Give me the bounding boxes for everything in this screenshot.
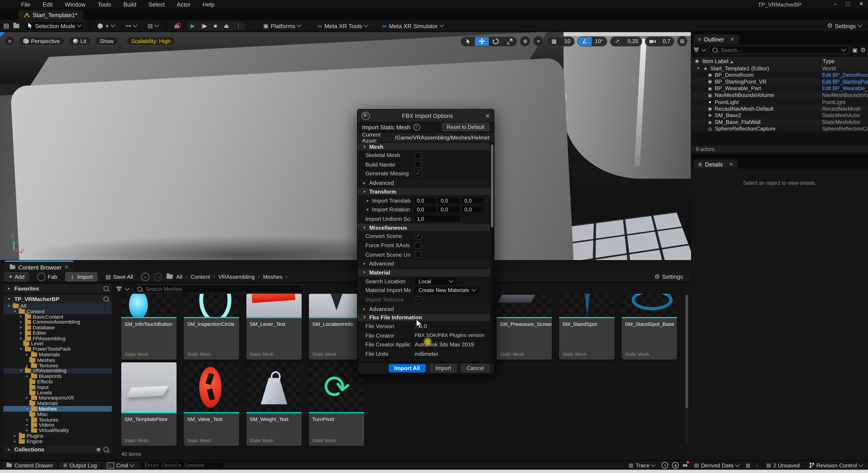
search-icon[interactable] xyxy=(103,447,108,452)
favorites-header[interactable]: ▸ Favorites xyxy=(3,284,112,293)
scale-snap-toggle[interactable]: ↗ xyxy=(610,37,624,45)
tree-item-videos[interactable]: ▸Videos xyxy=(3,422,112,428)
pitch-field[interactable]: 0,0 xyxy=(438,207,459,213)
asset-search-input[interactable] xyxy=(145,285,300,292)
filter-icon[interactable] xyxy=(116,287,122,291)
trace-dropdown[interactable]: ▥ Trace xyxy=(626,462,658,468)
menu-help[interactable]: Help xyxy=(203,1,215,8)
select-tool-button[interactable] xyxy=(461,37,475,45)
asset-tile[interactable]: SM_StandSpot Static Mesh xyxy=(559,294,615,360)
menu-actor[interactable]: Actor xyxy=(177,1,190,8)
filter-icon[interactable] xyxy=(693,48,699,52)
content-browser-icon[interactable] xyxy=(13,24,20,28)
tab-content-browser[interactable]: Content Browser ✕ xyxy=(4,260,73,272)
content-browser-settings[interactable]: ⚙ Settings xyxy=(651,272,687,281)
selection-mode-dropdown[interactable]: Selection Mode xyxy=(24,21,85,31)
add-collection-icon[interactable]: ⊕ xyxy=(96,446,101,452)
roll-field[interactable]: 0,0 xyxy=(415,207,436,213)
meta-xr-simulator-dropdown[interactable]: ∞ Meta XR Simulator xyxy=(379,22,446,30)
asset-tile[interactable]: ⟳ TurnPivot Static Mesh xyxy=(309,362,364,446)
outliner-row[interactable]: ◈SM_Base2StaticMeshActor xyxy=(691,112,868,119)
grid-snap-toggle[interactable]: ▦ xyxy=(547,37,561,45)
frame-skip-button[interactable]: |▶ xyxy=(198,22,211,30)
menu-build[interactable]: Build xyxy=(123,1,136,8)
x-field[interactable]: 0,0 xyxy=(415,197,436,203)
menu-edit[interactable]: Edit xyxy=(42,1,53,8)
tree-item-blueprints[interactable]: ▸Blueprints xyxy=(3,374,112,379)
play-options-kebab[interactable]: ⋮ xyxy=(232,22,245,30)
advanced-expander[interactable]: ▸Advanced xyxy=(358,259,490,269)
content-drawer-button[interactable]: Content Drawer xyxy=(3,462,56,469)
section-material[interactable]: ▾Material xyxy=(358,269,490,277)
fab-button[interactable]: Fab xyxy=(33,273,61,281)
outliner-row[interactable]: ●PointLightPointLight xyxy=(691,98,868,105)
output-log-button[interactable]: ≣ Output Log xyxy=(60,462,100,469)
blueprints-dropdown[interactable]: ⊶ xyxy=(122,22,140,30)
asset-tile[interactable]: SM_LocationHolo Static Mesh xyxy=(309,294,364,360)
scrollbar-thumb[interactable] xyxy=(491,145,493,227)
chevron-down-icon[interactable] xyxy=(841,46,846,52)
lit-dropdown[interactable]: Lit xyxy=(68,36,91,46)
tree-item-level[interactable]: Level xyxy=(3,341,112,347)
rotate-tool-button[interactable] xyxy=(489,37,503,45)
cinematics-dropdown[interactable]: ▤ xyxy=(144,22,162,30)
search-location-dropdown[interactable]: Local xyxy=(415,278,457,284)
show-dropdown[interactable]: Show xyxy=(95,36,119,46)
close-button[interactable]: ✕ xyxy=(859,0,864,6)
outliner-row[interactable]: ◉RecastNavMesh-DefaultRecastNavMesh xyxy=(691,105,868,112)
outliner-row[interactable]: ▾▲Start_Template1 (Editor)World xyxy=(691,65,868,71)
reset-to-default-button[interactable]: Reset to Default xyxy=(442,123,490,131)
tree-item-levels[interactable]: Levels xyxy=(3,390,112,395)
minimize-button[interactable]: – xyxy=(834,0,837,6)
cmd-dropdown[interactable]: >_ Cmd xyxy=(103,462,137,469)
chevron-down-icon[interactable] xyxy=(125,285,130,290)
section-transform[interactable]: ▾Transform xyxy=(358,188,490,196)
ddc-grid-icon[interactable]: ▦ xyxy=(746,463,750,468)
maximize-button[interactable]: □ xyxy=(846,0,849,6)
checkbox[interactable]: ✓ xyxy=(415,170,421,177)
search-icon[interactable] xyxy=(103,286,108,291)
cancel-button[interactable]: Cancel xyxy=(461,364,490,372)
scalability-button[interactable]: Scalability: High xyxy=(126,36,176,46)
outliner-row[interactable]: ◉BP_Wearable_PartEdit BP_Wearable_Part xyxy=(691,85,868,92)
menu-window[interactable]: Window xyxy=(65,1,86,8)
tree-item-mannequinsxr[interactable]: ▸MannequinsXR xyxy=(3,395,112,401)
close-icon[interactable]: ✕ xyxy=(485,113,490,119)
tree-item-all[interactable]: ▾All xyxy=(3,303,112,309)
back-icon[interactable]: ← xyxy=(141,273,150,281)
menu-select[interactable]: Select xyxy=(149,1,165,8)
asset-search[interactable] xyxy=(133,284,304,293)
move-tool-button[interactable] xyxy=(475,37,489,45)
forward-icon[interactable]: → xyxy=(154,273,162,281)
edit-blueprint-link[interactable]: Edit BP_Wearable_Part xyxy=(822,85,868,91)
outliner-row[interactable]: ◉BP_StartingPoint_VREdit BP_StartingPoin… xyxy=(691,78,868,85)
checkbox[interactable] xyxy=(415,161,421,168)
asset-tile[interactable]: SM_Lever_Test Static Mesh xyxy=(246,294,302,360)
tree-item-plugins[interactable]: ▸Plugins xyxy=(3,433,112,439)
breadcrumb-all[interactable]: All xyxy=(176,274,182,280)
column-type[interactable]: Type xyxy=(819,58,868,64)
tab-details[interactable]: ≣ Details ✕ xyxy=(693,159,738,169)
outliner-presets-icon[interactable]: ▣ xyxy=(852,46,858,53)
dialog-scrollbar[interactable] xyxy=(491,143,494,362)
editor-settings-dropdown[interactable]: ⚙ Settings xyxy=(824,22,865,30)
tree-item-textures[interactable]: ▸Textures xyxy=(3,417,112,422)
asset-tile[interactable]: SM_Valve_Test Static Mesh xyxy=(184,362,239,446)
asset-tile[interactable]: SM_TemplateFloor Static Mesh xyxy=(121,362,177,446)
play-button[interactable]: ▶ xyxy=(187,22,198,30)
trace-snapshot-icon[interactable]: ▮ xyxy=(672,462,679,469)
eject-button[interactable]: ⏏ xyxy=(220,22,232,30)
tab-start-template1[interactable]: Start_Template1* xyxy=(18,10,83,20)
save-all-button[interactable]: ▤Save All xyxy=(102,273,137,281)
y-field[interactable]: 0,0 xyxy=(438,197,459,203)
rotation-snap-toggle[interactable]: ∠ xyxy=(578,37,591,45)
checkbox[interactable]: ✓ xyxy=(415,233,421,239)
unsaved-button[interactable]: ▤ 2 Unsaved xyxy=(764,462,803,468)
asset-tile[interactable]: SM_InspectionCircle Static Mesh xyxy=(184,294,239,360)
tree-item-powertoolspack[interactable]: ▾PowerToolsPack xyxy=(3,347,112,352)
tree-item-vrassembling[interactable]: ▾VRAssembling xyxy=(3,368,112,374)
menu-tools[interactable]: Tools xyxy=(98,1,111,8)
console-command-input[interactable] xyxy=(144,462,221,469)
eye-icon[interactable]: ◉ xyxy=(691,58,703,63)
dialog-title-bar[interactable]: FBX Import Options ✕ xyxy=(358,109,494,122)
